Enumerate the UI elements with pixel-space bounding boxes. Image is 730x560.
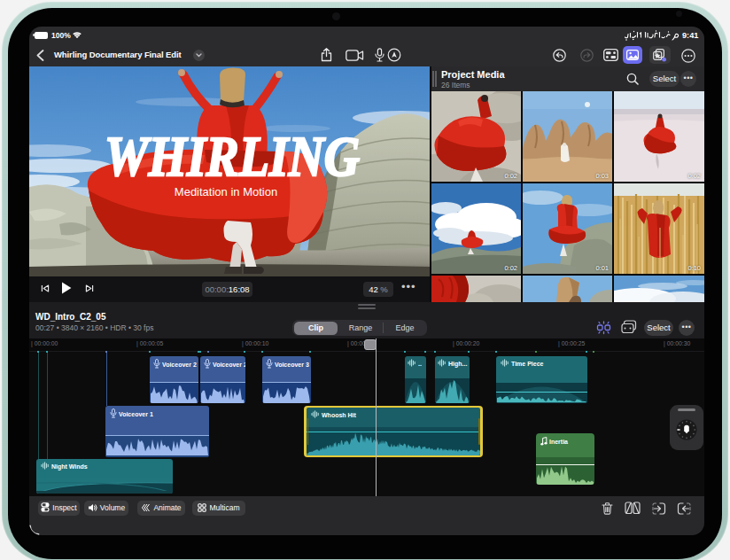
svg-text:9:41: 9:41 (682, 31, 698, 40)
svg-text:WHIRLING: WHIRLING (105, 125, 360, 188)
svg-text:Meditation in Motion: Meditation in Motion (175, 185, 277, 198)
